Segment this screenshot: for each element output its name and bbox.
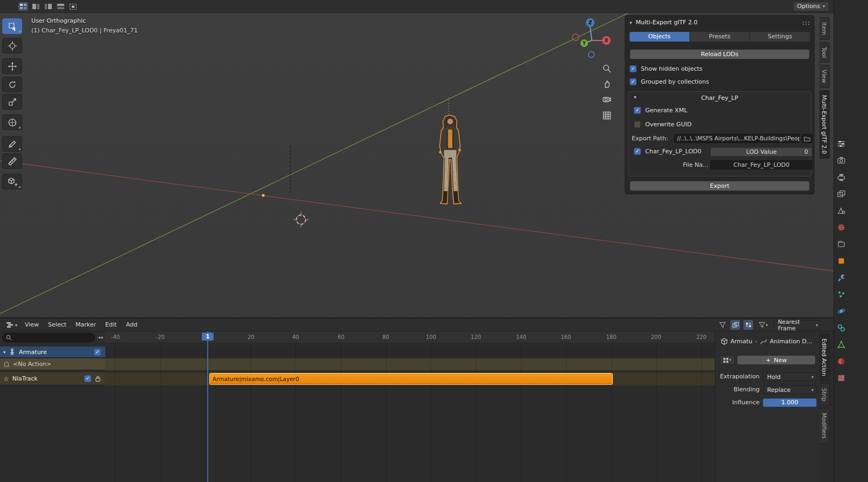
options-button[interactable]: Options▾ (793, 2, 829, 11)
render-tab-icon[interactable] (837, 156, 845, 165)
breadcrumb-object[interactable]: Armatu (730, 338, 753, 345)
channel-search[interactable] (2, 333, 95, 342)
move-tool-button[interactable] (2, 58, 22, 74)
constraints-tab-icon[interactable] (837, 323, 845, 332)
tab-presets[interactable]: Presets (690, 32, 750, 42)
filter-button[interactable] (717, 320, 727, 330)
material-tab-icon[interactable] (837, 357, 845, 365)
armature-enable-checkbox[interactable]: ✓ (94, 349, 101, 356)
pan-button[interactable] (601, 78, 613, 90)
camera-view-button[interactable] (601, 93, 613, 105)
navigation-gizmo[interactable]: Z X Y (568, 17, 616, 64)
character-freya[interactable] (438, 97, 462, 204)
drag-grip-icon[interactable] (802, 21, 810, 25)
filter-dropdown-button[interactable]: ▾ (756, 320, 770, 330)
workspace-icon-4[interactable] (68, 2, 78, 11)
tab-modifiers[interactable]: Modifiers (819, 408, 830, 444)
generate-xml-checkbox[interactable]: ✓ (634, 107, 641, 114)
world-tab-icon[interactable] (837, 223, 845, 232)
object-tab-icon[interactable] (837, 256, 845, 265)
lod0-checkbox[interactable]: ✓ (634, 148, 641, 155)
tab-edited-action[interactable]: Edited Action (819, 334, 830, 381)
tab-multi-export[interactable]: Multi-Export glTF 2.0 (819, 90, 830, 159)
scene-tab-icon[interactable] (837, 206, 845, 215)
blending-dropdown[interactable]: Replace ▾ (763, 385, 817, 394)
menu-add[interactable]: Add (126, 318, 137, 331)
tab-objects[interactable]: Objects (630, 32, 689, 42)
object-data-tab-icon[interactable] (837, 340, 845, 349)
output-tab-icon[interactable] (837, 173, 845, 181)
physics-tab-icon[interactable] (837, 307, 845, 315)
workspace-icon-1[interactable] (31, 2, 40, 11)
extrapolation-dropdown[interactable]: Hold ▾ (763, 372, 817, 381)
playhead[interactable] (207, 331, 208, 482)
new-action-button[interactable]: + New (737, 355, 816, 365)
workspace-icon-2[interactable] (43, 2, 53, 11)
channel-search-input[interactable] (14, 334, 84, 341)
nla-strip[interactable]: Armature|mixamo.com|Layer0 (209, 373, 613, 385)
axis-z-ball[interactable]: Z (586, 18, 594, 27)
particles-tab-icon[interactable] (837, 290, 845, 298)
influence-slider[interactable]: 1.000 (763, 398, 817, 407)
channel-armature[interactable]: ▾ Armature ✓ (0, 347, 105, 358)
toggle-grid-button[interactable] (601, 110, 613, 121)
action-browse-button[interactable]: ▾ (720, 355, 735, 365)
measure-tool-button[interactable] (2, 153, 22, 169)
viewport-3d[interactable]: User Orthographic (1) Char_Fey_LP_LOD0 |… (0, 13, 833, 317)
annotate-tool-button[interactable] (2, 136, 22, 152)
browse-folder-button[interactable] (802, 134, 812, 143)
3d-cursor[interactable] (293, 212, 309, 227)
menu-edit[interactable]: Edit (105, 318, 117, 331)
menu-select[interactable]: Select (48, 318, 66, 331)
armature-track-band[interactable] (105, 347, 715, 358)
tab-strip[interactable]: Strip (819, 383, 830, 406)
expand-icon[interactable]: ▾ (3, 350, 5, 355)
add-cube-tool-button[interactable] (2, 174, 22, 189)
menu-view[interactable]: View (25, 318, 39, 331)
workspace-icon-3[interactable] (56, 2, 65, 11)
axis-negative-z-ball[interactable] (589, 52, 594, 58)
menu-marker[interactable]: Marker (76, 318, 96, 331)
export-path-field[interactable]: //..\..\..\MSFS Airports\...KELP-Buildin… (674, 134, 800, 143)
timeline-ruler[interactable] (105, 331, 715, 343)
lod-value-slider[interactable]: LOD Value 0 (710, 147, 812, 157)
breadcrumb-action[interactable]: Animation D... (770, 338, 812, 345)
editor-type-button[interactable]: ▾ (3, 320, 20, 330)
rotate-tool-button[interactable] (2, 77, 22, 92)
editor-type-icon[interactable] (18, 2, 28, 11)
file-name-field[interactable]: Char_Fey_LP_LOD0 (710, 160, 812, 169)
select-box-tool-button[interactable] (2, 18, 22, 34)
sync-toggle-button[interactable] (743, 320, 753, 330)
texture-tab-icon[interactable] (837, 374, 845, 382)
tab-item[interactable]: Item (819, 17, 830, 40)
grouped-checkbox[interactable]: ✓ (630, 78, 637, 85)
tab-tool[interactable]: Tool (819, 42, 830, 63)
modifiers-tab-icon[interactable] (837, 273, 845, 282)
cursor-tool-button[interactable] (2, 38, 22, 53)
show-hidden-checkbox[interactable]: ✓ (630, 65, 637, 72)
tab-view[interactable]: View (819, 65, 830, 88)
overlay-toggle-button[interactable] (730, 320, 740, 330)
lock-icon[interactable] (95, 375, 101, 382)
reload-lods-button[interactable]: Reload LODs (630, 49, 810, 59)
tool-tab-icon[interactable] (837, 139, 845, 148)
axis-negative-x-ball[interactable] (572, 34, 579, 40)
viewlayer-tab-icon[interactable] (837, 189, 845, 198)
group-title[interactable]: Char_Fey_LP (628, 94, 811, 101)
nlatrack-enable-checkbox[interactable]: ✓ (84, 375, 91, 382)
overwrite-guid-checkbox[interactable] (634, 121, 641, 128)
channel-no-action[interactable]: <No Action> (0, 358, 105, 370)
collapse-icon[interactable]: ▾ (630, 20, 632, 25)
export-button[interactable]: Export (630, 181, 810, 191)
current-frame-badge[interactable]: 1 (202, 332, 214, 341)
invert-filter-button[interactable]: ↔ (96, 333, 105, 342)
tab-settings[interactable]: Settings (750, 32, 810, 42)
collection-tab-icon[interactable] (837, 240, 845, 248)
channel-nlatrack[interactable]: ☆ NlaTrack ✓ (0, 372, 105, 385)
transform-tool-button[interactable] (2, 114, 22, 130)
axis-y-ball[interactable]: Y (580, 39, 588, 47)
no-action-band[interactable] (105, 358, 715, 370)
snap-dropdown[interactable]: Nearest Frame ▾ (774, 320, 821, 330)
scale-tool-button[interactable] (2, 94, 22, 110)
axis-x-ball[interactable]: X (602, 36, 611, 45)
